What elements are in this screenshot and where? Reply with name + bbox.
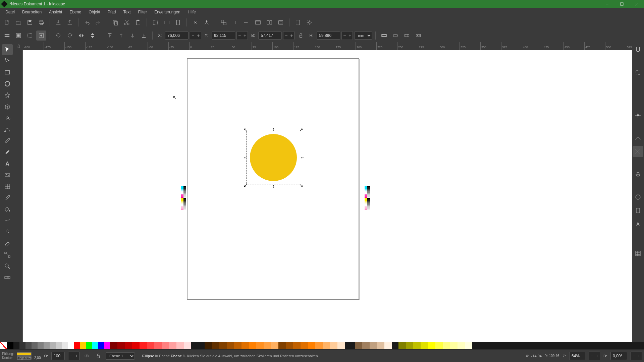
x-inc[interactable]: + bbox=[196, 32, 201, 40]
swatch[interactable] bbox=[377, 342, 384, 349]
unit-select[interactable]: mm bbox=[354, 32, 372, 40]
select-all-icon[interactable] bbox=[13, 31, 23, 41]
minimize-button[interactable] bbox=[600, 0, 614, 8]
x-input[interactable] bbox=[165, 32, 189, 40]
lock-ratio-icon[interactable] bbox=[296, 31, 306, 41]
pencil-tool-icon[interactable] bbox=[2, 135, 13, 146]
layer-select[interactable]: Ebene 1 bbox=[106, 352, 135, 360]
handle-l[interactable]: ↔ bbox=[243, 156, 247, 160]
layer-lock-icon[interactable] bbox=[94, 352, 102, 360]
canvas[interactable]: ↖ ↗ ↙ ↘ ↕ ↕ ↔ ↔ ↖ bbox=[23, 50, 632, 342]
xml-editor-icon[interactable] bbox=[253, 17, 263, 27]
swatch[interactable] bbox=[301, 342, 308, 349]
fill-swatch[interactable] bbox=[17, 352, 32, 356]
dropper-tool-icon[interactable] bbox=[2, 192, 13, 203]
swatch[interactable] bbox=[362, 342, 370, 349]
raise-icon[interactable] bbox=[116, 31, 126, 41]
swatch[interactable] bbox=[465, 342, 472, 349]
handle-t[interactable]: ↕ bbox=[271, 127, 275, 131]
ruler-lock-icon[interactable] bbox=[15, 42, 23, 50]
swatch[interactable] bbox=[140, 342, 147, 349]
menu-ansicht[interactable]: Ansicht bbox=[46, 9, 65, 15]
calligraphy-tool-icon[interactable] bbox=[2, 147, 13, 158]
snap-text-icon[interactable]: A bbox=[633, 219, 643, 229]
snap-toggle-icon[interactable] bbox=[633, 44, 643, 55]
swatch[interactable] bbox=[293, 342, 301, 349]
3dbox-tool-icon[interactable] bbox=[2, 101, 13, 112]
swatch[interactable] bbox=[7, 342, 13, 349]
open-doc-icon[interactable] bbox=[13, 17, 23, 27]
handle-r[interactable]: ↔ bbox=[300, 156, 304, 160]
close-button[interactable] bbox=[629, 0, 644, 8]
swatch[interactable] bbox=[413, 342, 421, 349]
swatch[interactable] bbox=[398, 342, 406, 349]
raise-top-icon[interactable] bbox=[105, 31, 115, 41]
align-dist-icon[interactable] bbox=[241, 17, 252, 27]
no-color-swatch[interactable] bbox=[0, 342, 7, 349]
swatch[interactable] bbox=[13, 342, 19, 349]
x-dec[interactable]: − bbox=[190, 32, 196, 40]
ungroup-icon[interactable]: T bbox=[230, 17, 240, 27]
swatch[interactable] bbox=[337, 342, 345, 349]
maximize-button[interactable] bbox=[614, 0, 629, 8]
h-inc[interactable]: + bbox=[347, 32, 353, 40]
swatch[interactable] bbox=[125, 342, 132, 349]
snap-grid-icon[interactable] bbox=[633, 248, 643, 259]
ruler-horizontal[interactable]: -200-175-150-125-100-75-50-2502550751001… bbox=[23, 42, 632, 50]
mesh-tool-icon[interactable] bbox=[2, 181, 13, 192]
swatch[interactable] bbox=[205, 342, 212, 349]
swatch[interactable] bbox=[355, 342, 362, 349]
snap-bbox-icon[interactable] bbox=[633, 67, 643, 78]
rot-dec[interactable]: − bbox=[631, 352, 636, 360]
op-dec[interactable]: − bbox=[68, 352, 74, 360]
toggle-selection-icon[interactable] bbox=[36, 31, 46, 41]
swatch[interactable] bbox=[110, 342, 117, 349]
stroke-swatch[interactable]: Ungesetzt bbox=[17, 356, 32, 360]
snap-page-icon[interactable] bbox=[633, 205, 643, 216]
rotate-ccw-icon[interactable] bbox=[53, 31, 63, 41]
swatch[interactable] bbox=[117, 342, 125, 349]
menu-text[interactable]: Text bbox=[120, 9, 134, 15]
cut-icon[interactable] bbox=[122, 17, 132, 27]
swatch[interactable] bbox=[169, 342, 176, 349]
selection-box[interactable]: ↖ ↗ ↙ ↘ ↕ ↕ ↔ ↔ bbox=[247, 131, 300, 184]
zoom-dec[interactable]: − bbox=[589, 352, 594, 360]
handle-tl[interactable]: ↖ bbox=[244, 128, 248, 132]
ruler-vertical[interactable] bbox=[15, 50, 23, 342]
clone-icon[interactable] bbox=[190, 17, 200, 27]
snap-nodes-icon[interactable] bbox=[633, 110, 643, 121]
swatch[interactable] bbox=[421, 342, 428, 349]
star-tool-icon[interactable] bbox=[2, 90, 13, 101]
zoom-inc[interactable]: + bbox=[594, 352, 600, 360]
swatch[interactable] bbox=[458, 342, 465, 349]
swatch[interactable] bbox=[68, 342, 74, 349]
copy-icon[interactable] bbox=[110, 17, 120, 27]
opacity-input[interactable] bbox=[51, 352, 65, 360]
paste-icon[interactable] bbox=[133, 17, 143, 27]
swatch[interactable] bbox=[44, 342, 50, 349]
swatch[interactable] bbox=[50, 342, 56, 349]
undo-icon[interactable] bbox=[82, 17, 92, 27]
handle-b[interactable]: ↕ bbox=[271, 184, 275, 188]
rotation-input[interactable] bbox=[610, 352, 627, 360]
swatch[interactable] bbox=[176, 342, 184, 349]
handle-br[interactable]: ↘ bbox=[299, 183, 303, 187]
swatch[interactable] bbox=[286, 342, 293, 349]
swatch[interactable] bbox=[256, 342, 264, 349]
select-all-layers-icon[interactable] bbox=[2, 31, 12, 41]
swatch[interactable] bbox=[104, 342, 110, 349]
swatch[interactable] bbox=[443, 342, 450, 349]
spiral-tool-icon[interactable] bbox=[2, 113, 13, 123]
swatch[interactable] bbox=[435, 342, 443, 349]
swatch[interactable] bbox=[147, 342, 154, 349]
selectors-icon[interactable] bbox=[264, 17, 274, 27]
zoom-drawing-icon[interactable] bbox=[162, 17, 172, 27]
preferences-icon[interactable] bbox=[293, 17, 303, 27]
swatch[interactable] bbox=[384, 342, 392, 349]
snap-intersect-icon[interactable] bbox=[633, 146, 643, 157]
swatch[interactable] bbox=[227, 342, 234, 349]
swatch[interactable] bbox=[74, 342, 80, 349]
move-gradients-icon[interactable] bbox=[402, 31, 412, 41]
spray-tool-icon[interactable] bbox=[2, 227, 13, 237]
menu-hilfe[interactable]: Hilfe bbox=[184, 9, 199, 15]
